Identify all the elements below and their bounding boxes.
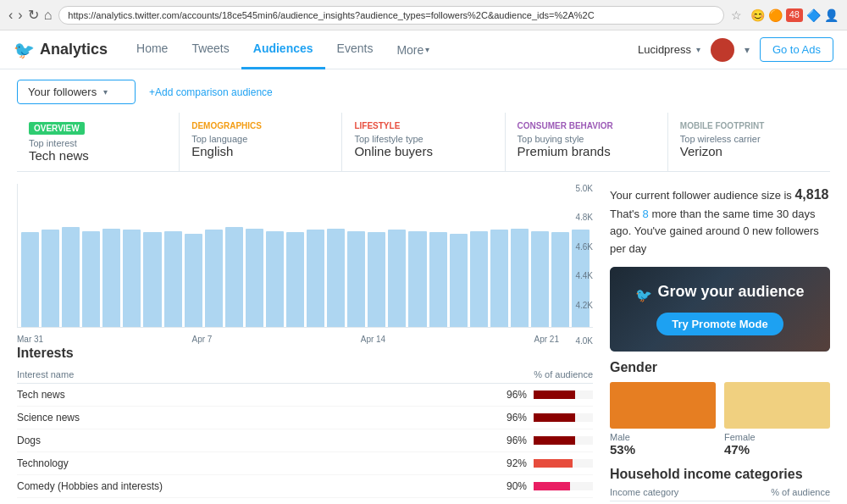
tab-lifestyle[interactable]: LIFESTYLE Top lifestyle type Online buye…	[342, 113, 505, 171]
chart-bar	[347, 231, 365, 327]
audience-dropdown[interactable]: Your followers ▾	[17, 80, 136, 104]
household-title: Household income categories	[610, 467, 830, 482]
demographics-category-label: DEMOGRAPHICS	[191, 121, 329, 130]
chart-bar	[62, 227, 80, 327]
nav-audiences[interactable]: Audiences	[241, 30, 325, 69]
interests-rows: Tech news 96% Science news 96% Dogs 96%	[17, 384, 593, 504]
tab-mobile[interactable]: MOBILE FOOTPRINT Top wireless carrier Ve…	[668, 113, 830, 171]
home-button[interactable]: ⌂	[44, 8, 53, 23]
forward-button[interactable]: ›	[18, 8, 22, 23]
follower-suffix1: That's	[610, 208, 643, 220]
account-selector[interactable]: Lucidpress ▾	[638, 43, 700, 56]
follower-size: 4,818	[794, 187, 828, 202]
nav-home[interactable]: Home	[125, 30, 180, 69]
interest-right: 90%	[497, 480, 593, 492]
x-label-apr7: Apr 7	[191, 335, 212, 344]
overview-value: Tech news	[29, 148, 167, 163]
col-pct-header: % of audience	[534, 369, 593, 379]
interest-right: 96%	[497, 389, 593, 401]
url-bar[interactable]: https://analytics.twitter.com/accounts/1…	[58, 6, 723, 25]
bookmark-icon[interactable]: ☆	[731, 8, 742, 22]
reload-button[interactable]: ↻	[28, 7, 39, 23]
ext-icon-4[interactable]: 🔷	[806, 8, 821, 22]
promote-bird-icon: 🐦	[635, 287, 652, 303]
consumer-subtitle: Top buying style	[518, 134, 656, 144]
ext-icon-2[interactable]: 🟠	[768, 8, 783, 22]
nav-brand-label: Analytics	[40, 41, 108, 58]
ext-icon-5[interactable]: 👤	[824, 8, 839, 22]
promote-content: 🐦 Grow your audience Try Promote Mode	[635, 283, 804, 335]
chart-bar	[388, 230, 406, 327]
consumer-category-label: CONSUMER BEHAVIOR	[518, 121, 656, 130]
demographics-value: English	[191, 144, 329, 158]
tab-consumer[interactable]: CONSUMER BEHAVIOR Top buying style Premi…	[506, 113, 668, 171]
household-header: Income category % of audience	[610, 487, 830, 501]
tab-demographics[interactable]: DEMOGRAPHICS Top language English	[180, 113, 342, 171]
male-pct: 53%	[610, 442, 716, 457]
audience-dropdown-chevron: ▾	[103, 87, 108, 97]
avatar[interactable]	[711, 38, 734, 62]
chart-bar	[408, 231, 426, 327]
nav-events[interactable]: Events	[325, 30, 385, 69]
nav-logo: 🐦 Analytics	[14, 40, 108, 60]
ext-icon-3[interactable]: 48	[786, 8, 803, 22]
interest-name: Science news	[17, 412, 80, 424]
interest-right: 92%	[497, 457, 593, 469]
female-pct: 47%	[724, 442, 830, 457]
chart-bar	[21, 232, 39, 327]
interest-pct: 96%	[497, 412, 527, 424]
avatar-chevron-icon: ▾	[745, 44, 750, 56]
lifestyle-subtitle: Top lifestyle type	[354, 134, 492, 144]
try-promote-mode-button[interactable]: Try Promote Mode	[656, 313, 783, 335]
overview-subtitle: Top interest	[29, 138, 167, 148]
household-section: Household income categories Income categ…	[610, 467, 830, 501]
household-col-category: Income category	[610, 487, 678, 497]
x-label-apr21: Apr 21	[534, 335, 559, 344]
goto-ads-button[interactable]: Go to Ads	[760, 37, 833, 62]
tab-overview[interactable]: OVERVIEW Top interest Tech news	[17, 113, 180, 171]
chart-bar	[123, 230, 141, 327]
follower-change: 8	[643, 208, 649, 220]
back-button[interactable]: ‹	[8, 8, 13, 23]
tab-cards: OVERVIEW Top interest Tech news DEMOGRAP…	[17, 113, 830, 172]
y-label-2: 4.8K	[575, 213, 593, 222]
follower-info: Your current follower audience size is 4…	[610, 184, 830, 258]
female-label: Female	[724, 432, 830, 442]
chart-bar	[82, 231, 100, 327]
nav-more[interactable]: More ▾	[385, 30, 441, 69]
y-label-6: 4.0K	[575, 336, 593, 346]
y-label-5: 4.2K	[575, 301, 593, 310]
chart-bar	[307, 230, 324, 327]
chart-bar	[164, 231, 182, 327]
interest-bar	[534, 459, 573, 468]
account-chevron-icon: ▾	[696, 45, 700, 54]
ext-icon-1[interactable]: 😊	[750, 8, 765, 22]
nav-links: Home Tweets Audiences Events More ▾	[125, 30, 638, 69]
interest-bar-container	[534, 390, 593, 399]
add-comparison-link[interactable]: +Add comparison audience	[149, 86, 273, 98]
table-row: Technology 92%	[17, 452, 593, 475]
nav-tweets[interactable]: Tweets	[180, 30, 241, 69]
interest-bar-container	[534, 482, 593, 490]
interest-pct: 96%	[497, 389, 527, 401]
chart-bar	[102, 229, 120, 327]
gender-section: Gender Male 53% Female 47%	[610, 360, 830, 457]
chart-bar	[511, 229, 529, 327]
interests-title: Interests	[17, 346, 593, 361]
overview-category-label: OVERVIEW	[29, 122, 85, 135]
interest-pct: 90%	[497, 480, 527, 492]
male-bar	[610, 382, 716, 429]
audience-selector-row: Your followers ▾ +Add comparison audienc…	[17, 80, 830, 104]
table-row: Science news 96%	[17, 407, 593, 429]
chart-bar	[246, 229, 263, 327]
browser-nav-controls: ‹ › ↻ ⌂	[8, 7, 52, 23]
x-label-mar31: Mar 31	[17, 335, 43, 344]
browser-chrome: ‹ › ↻ ⌂ https://analytics.twitter.com/ac…	[0, 0, 847, 30]
chart-bar	[205, 230, 223, 327]
gender-female: Female 47%	[724, 382, 830, 457]
gender-bars: Male 53% Female 47%	[610, 382, 830, 457]
url-text: https://analytics.twitter.com/accounts/1…	[68, 10, 594, 20]
interest-bar-container	[534, 436, 593, 445]
interest-name: Tech news	[17, 389, 65, 401]
extension-icons: 😊 🟠 48 🔷 👤	[750, 8, 839, 22]
